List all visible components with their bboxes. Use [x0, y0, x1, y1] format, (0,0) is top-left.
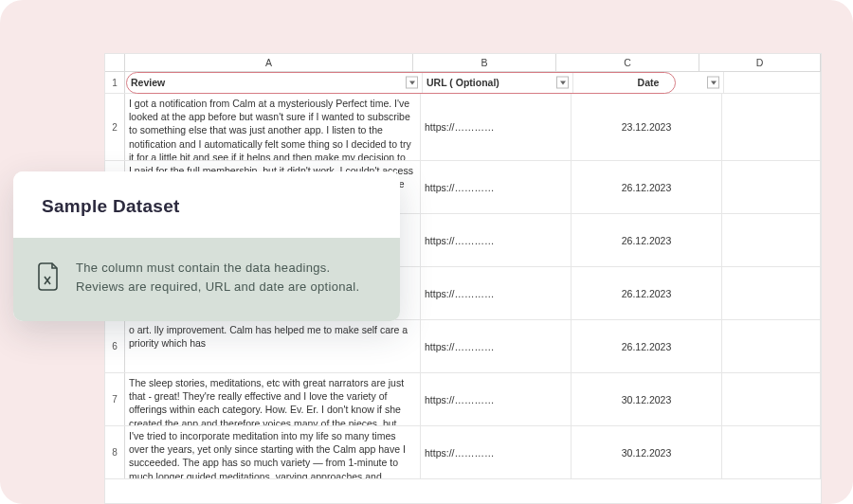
cell-text: 26.12.2023	[622, 182, 672, 193]
cell-text: 26.12.2023	[622, 341, 672, 352]
column-header-a[interactable]: A	[125, 54, 413, 71]
filter-icon[interactable]	[556, 77, 569, 89]
page-background: A B C D 1 Review URL ( Optional) Date 2I…	[0, 0, 853, 504]
cell-text: https://…………	[425, 235, 495, 246]
cell-empty[interactable]	[722, 214, 821, 266]
table-row: 6	[105, 320, 821, 373]
row-number[interactable]: 7	[105, 373, 125, 425]
table-row: 7The sleep stories, meditations, etc wit…	[105, 373, 821, 426]
cell-url[interactable]: https://…………	[421, 320, 572, 372]
column-header-b[interactable]: B	[413, 54, 556, 71]
cell-text: o	[129, 323, 416, 350]
cell-review[interactable]: o	[125, 320, 421, 372]
cell-date[interactable]: 26.12.2023	[572, 161, 722, 213]
cell-empty[interactable]	[722, 267, 821, 319]
cell-url[interactable]: https://…………	[421, 214, 572, 266]
filter-icon[interactable]	[707, 77, 719, 89]
cell-text: 26.12.2023	[622, 235, 672, 246]
cell-text: 23.12.2023	[622, 121, 672, 133]
cell-url[interactable]: https://…………	[421, 94, 572, 160]
column-header-row: A B C D	[105, 54, 821, 72]
header-row: 1 Review URL ( Optional) Date	[105, 72, 821, 94]
row-number[interactable]: 8	[105, 426, 125, 478]
cell-date[interactable]: 26.12.2023	[572, 214, 722, 266]
cell-date[interactable]: 26.12.2023	[572, 320, 722, 372]
cell-text: I got a notification from Calm at a myst…	[129, 97, 416, 160]
cell-review[interactable]: I've tried to incorporate meditation int…	[125, 426, 421, 478]
header-cell-review[interactable]: Review	[125, 72, 423, 93]
sample-dataset-card: Sample Dataset The column must contain t…	[13, 171, 400, 321]
cell-empty[interactable]	[722, 320, 821, 372]
cell-text: https://…………	[425, 121, 495, 133]
row-number[interactable]: 6	[105, 320, 125, 372]
card-description: The column must contain the data heading…	[76, 259, 375, 297]
select-all-corner[interactable]	[105, 54, 125, 71]
header-label: Date	[638, 77, 660, 88]
cell-text: https://…………	[425, 394, 495, 405]
header-label: Review	[131, 76, 165, 89]
cell-text: 30.12.2023	[622, 447, 672, 459]
column-header-c[interactable]: C	[556, 54, 699, 71]
header-cell-date[interactable]: Date	[573, 72, 724, 93]
cell-review[interactable]: The sleep stories, meditations, etc with…	[125, 373, 421, 425]
cell-date[interactable]: 30.12.2023	[572, 373, 722, 425]
cell-empty[interactable]	[722, 426, 821, 478]
row-number[interactable]: 2	[105, 94, 125, 160]
cell-text: The sleep stories, meditations, etc with…	[129, 376, 416, 425]
cell-text: 26.12.2023	[622, 288, 672, 299]
cell-text: https://…………	[425, 341, 495, 352]
header-label: URL ( Optional)	[426, 77, 499, 88]
cell-text: https://…………	[425, 182, 495, 193]
cell-url[interactable]: https://…………	[421, 161, 572, 213]
cell-url[interactable]: https://…………	[421, 267, 572, 319]
cell-date[interactable]: 26.12.2023	[572, 267, 722, 319]
row-number[interactable]: 1	[105, 72, 125, 93]
cell-empty[interactable]	[722, 373, 821, 425]
cell-review[interactable]: I got a notification from Calm at a myst…	[125, 94, 421, 160]
cell-date[interactable]: 30.12.2023	[572, 426, 722, 478]
table-row: 8I've tried to incorporate meditation in…	[105, 426, 821, 479]
cell-empty[interactable]	[722, 161, 821, 213]
spreadsheet-file-icon	[38, 262, 61, 295]
card-body: The column must contain the data heading…	[13, 238, 400, 321]
cell-empty[interactable]	[722, 94, 821, 160]
header-cell-empty[interactable]	[724, 72, 821, 93]
header-cell-url[interactable]: URL ( Optional)	[423, 72, 573, 93]
cell-text: https://…………	[425, 288, 495, 299]
cell-url[interactable]: https://…………	[421, 373, 572, 425]
card-title: Sample Dataset	[42, 196, 372, 217]
card-header: Sample Dataset	[13, 171, 400, 238]
table-row: 2I got a notification from Calm at a mys…	[105, 94, 821, 161]
cell-url[interactable]: https://…………	[421, 426, 572, 478]
cell-text: I've tried to incorporate meditation int…	[129, 429, 416, 478]
cell-text: https://…………	[425, 447, 495, 459]
column-header-d[interactable]: D	[699, 54, 821, 71]
cell-date[interactable]: 23.12.2023	[572, 94, 722, 160]
cell-text: 30.12.2023	[622, 394, 672, 405]
filter-icon[interactable]	[406, 77, 418, 89]
